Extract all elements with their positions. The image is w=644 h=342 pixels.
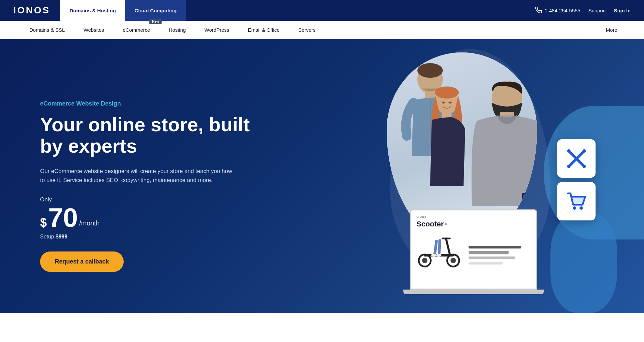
scooter-svg bbox=[416, 231, 463, 268]
store-brand-small: urban bbox=[411, 210, 536, 220]
price-display: $ 70 /month bbox=[40, 204, 274, 231]
blob-medium-blue bbox=[550, 213, 617, 313]
svg-point-26 bbox=[567, 149, 570, 153]
laptop-product-display bbox=[411, 228, 536, 271]
svg-line-21 bbox=[439, 240, 440, 254]
svg-point-1 bbox=[417, 63, 443, 78]
price-setup: Setup $999 bbox=[40, 234, 274, 240]
logo[interactable]: IONOS bbox=[13, 5, 50, 16]
cart-icon-card bbox=[557, 182, 596, 220]
price-period: /month bbox=[79, 219, 100, 231]
tab-domains-hosting[interactable]: Domains & Hosting bbox=[60, 0, 125, 21]
hero-visual: urban Scooter • bbox=[310, 39, 644, 313]
design-x-icon bbox=[565, 147, 588, 170]
tab-cloud-computing[interactable]: Cloud Computing New bbox=[125, 0, 186, 21]
price-label: Only bbox=[40, 196, 274, 203]
request-callback-button[interactable]: Request a callback bbox=[40, 251, 124, 272]
svg-point-16 bbox=[450, 258, 456, 263]
store-brand-large: Scooter • bbox=[411, 220, 536, 228]
svg-point-27 bbox=[583, 165, 586, 168]
hero-section: eCommerce Website Design Your online sto… bbox=[0, 39, 644, 313]
laptop-mockup: urban Scooter • bbox=[410, 209, 550, 303]
new-hosting-badge: New bbox=[149, 19, 162, 24]
price-dollar-sign: $ bbox=[40, 216, 47, 230]
laptop-base bbox=[403, 290, 544, 294]
svg-point-23 bbox=[436, 254, 441, 256]
phone-wrapper[interactable]: 1-484-254-5555 bbox=[535, 7, 581, 14]
svg-point-22 bbox=[431, 254, 436, 256]
top-bar: IONOS Domains & Hosting Cloud Computing … bbox=[0, 0, 644, 21]
hero-subtitle: eCommerce Website Design bbox=[40, 100, 274, 107]
cart-icon bbox=[565, 190, 588, 213]
setup-price-value: $999 bbox=[55, 234, 68, 239]
secondary-nav: Domains & SSL Websites eCommerce Hosting… bbox=[0, 21, 644, 39]
info-line-1 bbox=[469, 246, 521, 248]
nav-websites[interactable]: Websites bbox=[74, 21, 113, 39]
svg-point-5 bbox=[435, 87, 459, 99]
svg-point-14 bbox=[422, 258, 427, 263]
top-bar-right: 1-484-254-5555 Support Sign In bbox=[535, 7, 631, 14]
svg-line-20 bbox=[435, 241, 436, 254]
nav-hosting[interactable]: Hosting bbox=[159, 21, 195, 39]
design-icon-card bbox=[557, 139, 596, 178]
info-line-4 bbox=[469, 262, 503, 265]
svg-point-28 bbox=[583, 149, 586, 153]
svg-point-7 bbox=[442, 102, 445, 104]
svg-point-30 bbox=[573, 206, 576, 210]
hero-title: Your online store, built by experts bbox=[40, 114, 274, 157]
top-nav-tabs: Domains & Hosting Cloud Computing New bbox=[60, 0, 186, 21]
price-amount: 70 bbox=[48, 204, 78, 231]
info-line-3 bbox=[469, 256, 515, 259]
svg-point-8 bbox=[448, 102, 452, 104]
signin-button[interactable]: Sign In bbox=[614, 8, 631, 13]
phone-icon bbox=[535, 7, 542, 14]
nav-servers[interactable]: Servers bbox=[289, 21, 325, 39]
svg-point-31 bbox=[579, 206, 583, 210]
nav-wordpress[interactable]: WordPress bbox=[195, 21, 239, 39]
hero-description: Our eCommerce website designers will cre… bbox=[40, 167, 234, 185]
hero-content: eCommerce Website Design Your online sto… bbox=[40, 100, 274, 272]
nav-email-office[interactable]: Email & Office bbox=[239, 21, 289, 39]
info-line-2 bbox=[469, 251, 509, 254]
support-link[interactable]: Support bbox=[588, 8, 606, 13]
phone-number[interactable]: 1-484-254-5555 bbox=[545, 8, 581, 13]
svg-point-29 bbox=[567, 165, 570, 168]
nav-domains-ssl[interactable]: Domains & SSL bbox=[20, 21, 74, 39]
svg-line-18 bbox=[446, 238, 450, 254]
nav-more[interactable]: More bbox=[606, 27, 624, 33]
laptop-screen: urban Scooter • bbox=[410, 209, 537, 290]
product-info-lines bbox=[469, 246, 531, 268]
